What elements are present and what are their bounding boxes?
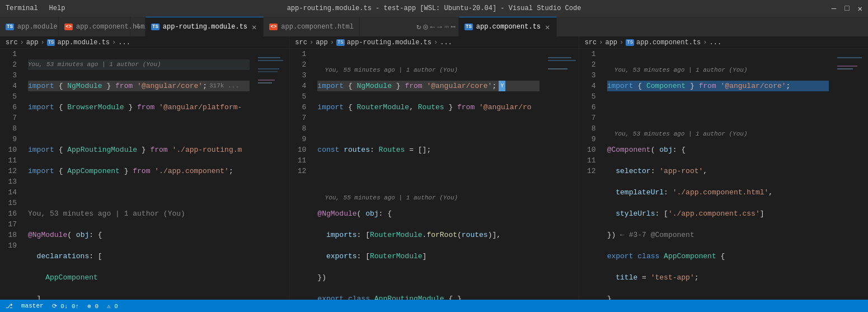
ts-icon: TS	[336, 39, 345, 46]
arrow-left-button[interactable]: ←	[430, 22, 435, 31]
tab-group-2: TS app-routing.module.ts ✕ <> app.compon…	[146, 17, 459, 36]
window-controls: — □ ✕	[832, 4, 862, 13]
tab-app-component-html2[interactable]: <> app.component.html	[264, 17, 359, 36]
editor-pane-3: src › app › TS app.component.ts › ... 12…	[579, 36, 868, 300]
tab-app-module[interactable]: TS app.module.ts ✕	[0, 17, 59, 36]
git-annotation-1: You, 53 minutes ago | 1 author (You)	[28, 59, 161, 70]
tab-group-1: TS app.module.ts ✕ <> app.component.html…	[0, 17, 146, 36]
code-text-1[interactable]: You, 53 minutes ago | 1 author (You) imp…	[22, 49, 255, 300]
tab-more-button[interactable]: ⋯	[130, 17, 145, 36]
more-actions-button[interactable]: ⋯	[451, 22, 456, 31]
breadcrumb-3: src › app › TS app.component.ts › ...	[579, 36, 868, 49]
line-numbers-3: 12345 678910 1112	[579, 49, 602, 300]
tab-close-button[interactable]: ✕	[544, 22, 551, 32]
svg-rect-4	[258, 71, 278, 72]
go-back-button[interactable]: ↻	[416, 22, 421, 31]
minimap-2	[545, 49, 579, 300]
html-icon: <>	[64, 24, 73, 30]
line-numbers-2: 12345 678910 1112	[289, 49, 312, 300]
tab-label: app.component.ts	[476, 23, 541, 31]
ts-icon: TS	[151, 24, 159, 30]
svg-rect-14	[837, 68, 853, 69]
title-bar: Terminal Help app-routing.module.ts - te…	[0, 0, 868, 17]
html-icon: <>	[269, 24, 278, 30]
tab-app-component-ts[interactable]: TS app.component.ts ✕	[459, 17, 557, 36]
minimap-3	[834, 49, 868, 300]
warning-count: ⚠ 0	[107, 302, 118, 310]
go-current-button[interactable]: ◎	[423, 22, 428, 31]
line-numbers-1: 12345 678910 1112131415 16171819	[0, 49, 22, 300]
split-editor-button[interactable]: ⎓	[444, 22, 449, 31]
svg-rect-1	[258, 57, 280, 58]
ts-icon: TS	[6, 24, 14, 30]
tab-group-3: TS app.component.ts ✕	[459, 17, 868, 36]
svg-rect-3	[258, 68, 279, 69]
minimap-svg-1	[255, 49, 289, 273]
code-content-1[interactable]: 12345 678910 1112131415 16171819 You, 53…	[0, 49, 289, 300]
close-button[interactable]: ✕	[858, 4, 862, 13]
svg-rect-2	[258, 60, 283, 61]
code-text-3[interactable]: You, 53 minutes ago | 1 author (You) imp…	[602, 49, 834, 300]
minimap-svg-3	[834, 49, 868, 273]
sync-status: ⟳ 0↓ 0↑	[52, 302, 79, 310]
title-bar-menu: Terminal Help	[6, 4, 65, 12]
svg-rect-7	[545, 49, 579, 273]
minimap-svg-2	[545, 49, 579, 273]
tab-label: app.component.html	[281, 23, 354, 31]
code-content-2[interactable]: 12345 678910 1112 You, 55 minutes ago | …	[289, 49, 578, 300]
arrow-right-button[interactable]: →	[437, 22, 442, 31]
svg-rect-10	[548, 68, 567, 69]
code-text-2[interactable]: You, 55 minutes ago | 1 author (You) imp…	[312, 49, 545, 300]
minimap-1	[255, 49, 289, 300]
menu-terminal[interactable]: Terminal	[6, 4, 38, 12]
breadcrumb-1: src › app › TS app.module.ts › ...	[0, 36, 289, 49]
status-bar: ⎇ master ⟳ 0↓ 0↑ ⊗ 0 ⚠ 0	[0, 300, 868, 312]
maximize-button[interactable]: □	[844, 4, 849, 13]
svg-rect-6	[258, 82, 272, 83]
branch-icon: ⎇	[6, 302, 13, 310]
svg-rect-11	[834, 49, 868, 273]
tab-app-routing[interactable]: TS app-routing.module.ts ✕	[146, 17, 264, 36]
svg-rect-12	[837, 57, 862, 58]
window-title: app-routing.module.ts - test-app [WSL: U…	[287, 4, 581, 12]
breadcrumb-2: src › app › TS app-routing.module.ts › .…	[289, 36, 578, 49]
svg-rect-9	[548, 60, 576, 61]
editor-area: src › app › TS app.module.ts › ... 12345…	[0, 36, 868, 300]
tab-app-component-html1[interactable]: <> app.component.html ✕	[59, 17, 130, 36]
ts-icon: TS	[465, 24, 473, 30]
tab-close-button[interactable]: ✕	[251, 22, 257, 32]
tab-label: app-routing.module.ts	[163, 23, 247, 31]
error-count: ⊗ 0	[87, 302, 98, 310]
svg-rect-5	[258, 80, 275, 81]
svg-rect-13	[837, 66, 857, 67]
menu-help[interactable]: Help	[49, 4, 65, 12]
branch-name[interactable]: master	[21, 302, 44, 309]
editor-pane-1: src › app › TS app.module.ts › ... 12345…	[0, 36, 289, 300]
svg-rect-8	[548, 57, 571, 58]
minimize-button[interactable]: —	[832, 4, 836, 13]
ts-icon: TS	[626, 39, 634, 46]
editor-pane-2: src › app › TS app-routing.module.ts › .…	[289, 36, 579, 300]
ts-icon: TS	[47, 39, 55, 46]
code-content-3[interactable]: 12345 678910 1112 You, 53 minutes ago | …	[579, 49, 868, 300]
